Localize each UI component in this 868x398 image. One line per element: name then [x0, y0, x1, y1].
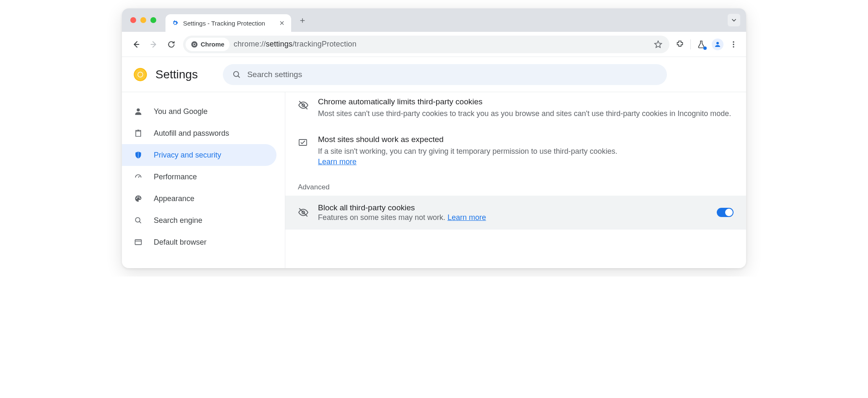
- svg-point-14: [137, 196, 138, 198]
- sidebar: You and Google Autofill and passwords Pr…: [122, 92, 285, 268]
- browser-window: Settings - Tracking Protection Chrome: [122, 8, 746, 268]
- sidebar-item-appearance[interactable]: Appearance: [122, 188, 276, 209]
- palette-icon: [134, 194, 143, 203]
- search-placeholder: Search settings: [247, 70, 302, 79]
- sidebar-item-default-browser[interactable]: Default browser: [122, 231, 276, 253]
- gear-icon: [171, 19, 179, 27]
- address-bar[interactable]: Chrome chrome://settings/trackingProtect…: [183, 36, 669, 53]
- svg-point-3: [716, 42, 719, 44]
- svg-point-4: [733, 41, 734, 42]
- eye-off-icon: [298, 207, 309, 218]
- section-label-advanced: Advanced: [285, 171, 746, 196]
- info-title: Most sites should work as expected: [318, 135, 617, 144]
- svg-point-12: [137, 109, 140, 111]
- settings-body: You and Google Autofill and passwords Pr…: [122, 92, 746, 268]
- setting-body: Features on some sites may not work. Lea…: [318, 213, 708, 222]
- svg-point-13: [136, 198, 137, 199]
- speedometer-icon: [134, 172, 143, 181]
- search-icon: [134, 216, 143, 225]
- learn-more-link[interactable]: Learn more: [318, 158, 356, 166]
- forward-button[interactable]: [148, 39, 160, 50]
- sidebar-item-label: Appearance: [154, 194, 194, 203]
- kebab-menu-icon[interactable]: [729, 40, 738, 49]
- svg-point-10: [138, 72, 143, 77]
- sidebar-item-you-and-google[interactable]: You and Google: [122, 101, 276, 122]
- info-title: Chrome automatically limits third-party …: [318, 97, 731, 106]
- window-controls: [130, 17, 156, 23]
- setting-block-cookies[interactable]: Block all third-party cookies Features o…: [285, 196, 746, 230]
- tab-overflow-button[interactable]: [728, 14, 740, 26]
- info-row-cookies: Chrome automatically limits third-party …: [285, 92, 746, 125]
- eye-off-icon: [298, 100, 309, 111]
- shield-icon: [134, 150, 143, 160]
- page-title: Settings: [155, 68, 198, 81]
- search-input[interactable]: Search settings: [223, 64, 667, 85]
- content-area: Chrome automatically limits third-party …: [285, 92, 746, 268]
- sidebar-item-label: Search engine: [154, 216, 202, 225]
- sidebar-item-search-engine[interactable]: Search engine: [122, 209, 276, 231]
- setting-title: Block all third-party cookies: [318, 203, 708, 212]
- toolbar-separator: [690, 39, 691, 49]
- site-chip[interactable]: Chrome: [186, 38, 230, 51]
- sidebar-item-label: Performance: [154, 173, 197, 181]
- sidebar-item-label: Privacy and security: [154, 151, 221, 160]
- tab-strip: Settings - Tracking Protection: [122, 8, 746, 32]
- browser-tab[interactable]: Settings - Tracking Protection: [165, 14, 291, 32]
- back-button[interactable]: [130, 39, 142, 50]
- svg-point-16: [140, 198, 141, 199]
- settings-header: Settings Search settings: [122, 57, 746, 92]
- window-fullscreen-button[interactable]: [150, 17, 156, 23]
- sidebar-item-label: Default browser: [154, 238, 207, 247]
- extensions-icon[interactable]: [675, 40, 685, 49]
- profile-button[interactable]: [712, 39, 723, 50]
- search-icon: [232, 70, 241, 79]
- svg-rect-18: [135, 240, 142, 245]
- browser-icon: [134, 238, 143, 247]
- new-tab-button[interactable]: [299, 17, 306, 24]
- svg-point-6: [733, 46, 734, 47]
- toolbar: Chrome chrome://settings/trackingProtect…: [122, 32, 746, 57]
- clipboard-icon: [134, 129, 143, 138]
- url-text: chrome://settings/trackingProtection: [234, 40, 356, 49]
- sidebar-item-label: You and Google: [154, 107, 207, 116]
- learn-more-link[interactable]: Learn more: [447, 213, 486, 222]
- person-icon: [134, 107, 143, 116]
- close-icon[interactable]: [279, 20, 285, 26]
- tab-title: Settings - Tracking Protection: [183, 20, 265, 27]
- svg-point-2: [194, 43, 196, 45]
- sidebar-item-performance[interactable]: Performance: [122, 166, 276, 188]
- bookmark-icon[interactable]: [654, 40, 663, 49]
- window-close-button[interactable]: [130, 17, 136, 23]
- svg-point-15: [139, 196, 140, 198]
- chip-label: Chrome: [201, 41, 225, 48]
- info-body: If a site isn't working, you can try giv…: [318, 146, 617, 158]
- sidebar-item-label: Autofill and passwords: [154, 129, 229, 138]
- toggle-block-cookies[interactable]: [717, 208, 734, 217]
- svg-point-5: [733, 44, 734, 45]
- reload-button[interactable]: [165, 39, 177, 50]
- labs-icon[interactable]: [697, 40, 706, 49]
- chrome-icon: [191, 41, 198, 48]
- window-minimize-button[interactable]: [140, 17, 146, 23]
- sidebar-item-privacy[interactable]: Privacy and security: [122, 144, 276, 166]
- info-row-sites-work: Most sites should work as expected If a …: [285, 125, 746, 171]
- chrome-logo-icon: [134, 68, 147, 81]
- sidebar-item-autofill[interactable]: Autofill and passwords: [122, 122, 276, 144]
- checkbox-icon: [298, 137, 309, 148]
- info-body: Most sites can't use third-party cookies…: [318, 108, 731, 120]
